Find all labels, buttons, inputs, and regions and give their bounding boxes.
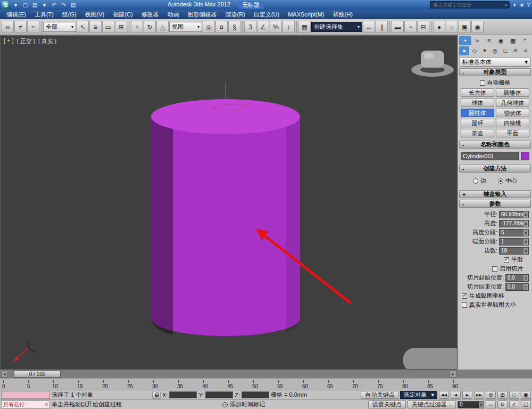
spinner-arrows-icon[interactable]: ▲▼	[523, 239, 528, 245]
zoom-extents-icon[interactable]: □	[509, 391, 519, 399]
rollout-creation-method-header[interactable]: - 创建方法	[459, 165, 531, 173]
select-and-move-icon[interactable]: +	[131, 21, 143, 33]
primitive-teapot-button[interactable]: 茶壶	[461, 129, 494, 137]
menu-maxscript[interactable]: MAXScript(M)	[284, 10, 328, 19]
unlink-selection-icon[interactable]: ≠	[14, 21, 27, 33]
field-of-view-icon[interactable]: ∠	[509, 400, 519, 408]
sides-spinner[interactable]: 18▲▼	[499, 247, 529, 255]
menu-animation[interactable]: 动画	[163, 10, 184, 19]
tab-utilities-icon[interactable]: *	[519, 36, 531, 45]
viewport-shading-label[interactable]: [ 真实 ]	[38, 37, 56, 45]
menu-modifiers[interactable]: 修改器	[137, 10, 163, 19]
real-world-map-size-checkbox[interactable]	[462, 302, 467, 308]
add-time-tag[interactable]: 添加时间标记	[222, 400, 265, 408]
current-frame-spinner[interactable]: 0 ▲▼	[458, 401, 484, 408]
favorites-icon[interactable]: ★	[519, 2, 524, 8]
selection-filter-dropdown[interactable]: 全部 ▾	[43, 22, 76, 32]
play-animation-icon[interactable]: ▶	[462, 391, 472, 399]
generate-mapping-coords-checkbox[interactable]	[462, 293, 467, 299]
bind-to-space-warp-icon[interactable]: ≈	[27, 21, 39, 33]
infocenter-searchbox[interactable]: ⌕	[430, 1, 510, 9]
render-production-icon[interactable]: ◉	[471, 21, 484, 33]
slice-on-checkbox[interactable]	[492, 266, 497, 272]
curve-editor-icon[interactable]: ~	[404, 21, 417, 33]
schematic-view-icon[interactable]: ⊟	[417, 21, 429, 33]
undo-icon[interactable]: ↶	[50, 2, 58, 8]
menu-create[interactable]: 创建(C)	[109, 10, 137, 19]
selection-lock-icon[interactable]	[152, 391, 161, 399]
height-segments-spinner[interactable]: 5▲▼	[499, 229, 529, 236]
ribbon-toggle-icon[interactable]: ▬	[392, 21, 404, 33]
category-cameras-icon[interactable]: ◎	[490, 46, 500, 55]
save-file-icon[interactable]: ▼	[40, 2, 48, 8]
menu-views[interactable]: 视图(V)	[81, 10, 109, 19]
rendered-frame-icon[interactable]: ▣	[459, 21, 471, 33]
tab-display-icon[interactable]: ▦	[507, 36, 519, 45]
spinner-snap-icon[interactable]: ↕	[282, 21, 295, 33]
primitive-pyramid-button[interactable]: 四棱锥	[496, 119, 529, 127]
slice-to-spinner[interactable]: 0.0▲▼	[505, 283, 529, 291]
maximize-viewport-icon[interactable]: ◱	[521, 400, 531, 408]
key-filters-button[interactable]: 关键点过滤器...	[408, 400, 456, 408]
cylinder-object-body[interactable]	[151, 117, 300, 336]
redo-icon[interactable]: ↷	[60, 2, 68, 8]
open-file-icon[interactable]: ▤	[31, 2, 39, 8]
rollout-keyboard-entry-header[interactable]: + 键盘输入	[459, 190, 531, 198]
set-key-button[interactable]: 设置关键点	[368, 400, 406, 408]
maxscript-mini-listener-script[interactable]: 所有在行 : <	[1, 400, 50, 408]
select-and-link-icon[interactable]: ∞	[2, 21, 14, 33]
select-object-icon[interactable]: ↖	[77, 21, 89, 33]
spinner-arrows-icon[interactable]: ▲▼	[523, 220, 528, 227]
project-folder-icon[interactable]: ▤	[69, 2, 77, 8]
use-pivot-center-icon[interactable]: ◎	[203, 21, 215, 33]
align-icon[interactable]: ∥	[376, 21, 388, 33]
app-menu-arrow-icon[interactable]: ▾	[12, 2, 20, 8]
creation-center-radio[interactable]	[498, 178, 503, 184]
radius-spinner[interactable]: 66.938mm▲▼	[499, 211, 529, 218]
spinner-arrows-icon[interactable]: ▲▼	[523, 211, 528, 218]
menu-rendering[interactable]: 渲染(R)	[221, 10, 250, 19]
autogrid-checkbox[interactable]	[480, 80, 485, 86]
time-slider-prev-icon[interactable]: ◂	[1, 371, 8, 378]
category-lights-icon[interactable]: ☀	[480, 46, 490, 55]
creation-edge-radio[interactable]	[473, 178, 478, 184]
mini-listener-scroll-icon[interactable]: <	[45, 402, 48, 407]
maxscript-mini-listener-macro[interactable]	[1, 391, 50, 399]
perspective-viewport[interactable]: [ + ] [ 正交 ] [ 真实 ]	[0, 35, 458, 370]
menu-customize[interactable]: 自定义(U)	[250, 10, 284, 19]
primitive-plane-button[interactable]: 平面	[496, 129, 529, 137]
time-slider-track[interactable]: ◂ 0 / 100 ▸	[0, 370, 532, 378]
search-icon[interactable]: ⌕	[504, 2, 508, 8]
app-logo-3dsmax-icon[interactable]: Ƨ	[2, 1, 10, 9]
primitive-cylinder-button[interactable]: 圆柱体	[461, 109, 494, 117]
subscription-icon[interactable]: ✦	[512, 2, 517, 8]
rollout-object-type-header[interactable]: - 对象类型	[459, 68, 531, 76]
menu-group[interactable]: 组(G)	[58, 10, 81, 19]
reference-coordinate-dropdown[interactable]: 视图 ▾	[169, 22, 202, 32]
viewport-menu-plus[interactable]: [ + ]	[4, 37, 14, 45]
edit-named-selections-icon[interactable]: ▦	[298, 21, 311, 33]
orbit-view-icon[interactable]: ↻	[497, 400, 508, 408]
menu-tools[interactable]: 工具(T)	[30, 10, 58, 19]
y-coordinate-field[interactable]	[205, 391, 233, 398]
spinner-arrows-icon[interactable]: ▲▼	[523, 275, 528, 281]
category-space-warps-icon[interactable]: ≋	[510, 46, 520, 55]
previous-frame-icon[interactable]: ◀	[451, 391, 461, 399]
primitive-geosphere-button[interactable]: 几何球体	[496, 99, 529, 107]
primitive-sphere-button[interactable]: 球体	[461, 99, 494, 107]
primitive-tube-button[interactable]: 管状体	[496, 109, 529, 117]
rollout-parameters-header[interactable]: - 参数	[459, 200, 531, 208]
spinner-arrows-icon[interactable]: ▲▼	[523, 230, 528, 236]
viewport-view-label[interactable]: [ 正交 ]	[17, 37, 35, 45]
menu-help[interactable]: 帮助(H)	[329, 10, 357, 19]
selection-region-icon[interactable]: ▭	[102, 21, 114, 33]
object-name-input[interactable]	[461, 152, 519, 160]
category-systems-icon[interactable]: ¤	[521, 46, 531, 55]
spinner-arrows-icon[interactable]: ▲▼	[523, 248, 528, 254]
select-by-name-icon[interactable]: ≡	[89, 21, 102, 33]
time-slider-handle[interactable]: 0 / 100	[14, 371, 61, 378]
pan-view-icon[interactable]: ↔	[486, 400, 496, 408]
smooth-checkbox[interactable]	[504, 257, 509, 263]
tab-modify-icon[interactable]: ≈	[471, 36, 484, 45]
track-bar[interactable]: 0 5 10 15 20 25 30 35 40 45 50 55 60 65 …	[0, 378, 532, 390]
